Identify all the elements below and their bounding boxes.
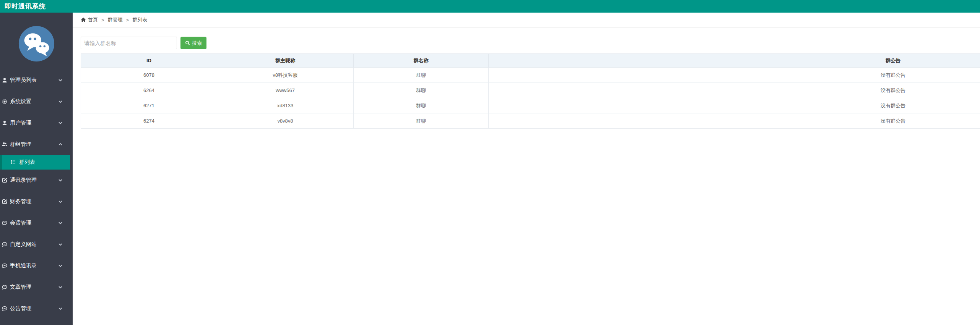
search-button[interactable]: 搜索 [180,37,206,49]
cell-owner: xd8133 [217,98,354,113]
chevron-down-icon [58,221,63,225]
sidebar-item-session-management[interactable]: 会话管理 [0,212,73,234]
search-button-label: 搜索 [192,40,202,47]
sidebar-item-label: 会话管理 [10,220,58,226]
users-icon [2,142,8,147]
main-content: 首页 > 群管理 > 群列表 搜索 ID 群主昵称 群名称 群公告 [73,13,980,325]
comment-icon [2,263,8,269]
cell-owner: www567 [217,83,354,98]
chevron-down-icon [58,242,63,247]
chevron-down-icon [58,99,63,104]
sidebar-menu: 管理员列表 系统设置 用户管理 [0,70,73,319]
search-bar: 搜索 [81,37,980,49]
cell-group-name: 群聊 [354,113,489,129]
cell-group-name: 群聊 [354,68,489,83]
sidebar-item-label: 管理员列表 [10,77,58,84]
cell-id: 6264 [81,83,217,98]
chevron-down-icon [58,285,63,289]
edit-icon [2,199,8,205]
comment-icon [2,285,8,290]
chevron-down-icon [58,78,63,82]
app-title: 即时通讯系统 [5,2,46,11]
cell-notice: 没有群公告 [489,83,980,98]
sidebar: 管理员列表 系统设置 用户管理 [0,13,73,325]
comment-icon [2,306,8,312]
sidebar-item-label: 文章管理 [10,284,58,291]
table-header-row: ID 群主昵称 群名称 群公告 [81,54,980,68]
header-group-name: 群名称 [354,54,489,68]
chevron-down-icon [58,178,63,183]
cell-notice: 没有群公告 [489,98,980,113]
sidebar-item-announcement-management[interactable]: 公告管理 [0,298,73,319]
sidebar-item-label: 自定义网站 [10,241,58,248]
sidebar-item-label: 系统设置 [10,98,58,105]
sidebar-submenu-group: 群列表 [0,155,73,170]
wechat-logo-icon [18,25,55,62]
sidebar-item-contacts-management[interactable]: 通讯录管理 [0,170,73,191]
sidebar-item-label: 用户管理 [10,120,58,126]
cell-owner: v8科技客服 [217,68,354,83]
sidebar-item-article-management[interactable]: 文章管理 [0,276,73,298]
table-row: 6274 v8v8v8 群聊 没有群公告 [81,113,980,129]
search-icon [185,40,190,45]
user-icon [2,120,8,126]
sidebar-item-label: 群列表 [19,159,35,166]
sidebar-item-custom-website[interactable]: 自定义网站 [0,234,73,255]
comment-icon [2,220,8,226]
sidebar-item-system-settings[interactable]: 系统设置 [0,91,73,112]
group-name-search-input[interactable] [81,37,177,49]
group-table-container: ID 群主昵称 群名称 群公告 6078 v8科技客服 群聊 没有群公告 626… [81,53,980,129]
table-row: 6271 xd8133 群聊 没有群公告 [81,98,980,113]
sidebar-item-user-management[interactable]: 用户管理 [0,112,73,134]
chevron-down-icon [58,199,63,204]
sidebar-item-label: 群组管理 [10,141,58,148]
gear-icon [2,99,8,105]
breadcrumb-group-management-link[interactable]: 群管理 [108,16,123,23]
cell-notice: 没有群公告 [489,68,980,83]
sidebar-item-phone-contacts[interactable]: 手机通讯录 [0,255,73,276]
edit-icon [2,178,8,183]
cell-owner: v8v8v8 [217,113,354,129]
header-group-notice: 群公告 [489,54,980,68]
breadcrumb-separator: > [126,17,129,23]
list-icon [11,160,16,165]
cell-group-name: 群聊 [354,98,489,113]
breadcrumb: 首页 > 群管理 > 群列表 [73,13,980,27]
user-icon [2,78,8,83]
group-table: ID 群主昵称 群名称 群公告 6078 v8科技客服 群聊 没有群公告 626… [81,53,980,129]
home-icon [81,17,86,23]
cell-notice: 没有群公告 [489,113,980,129]
breadcrumb-current-page: 群列表 [132,16,147,23]
chevron-down-icon [58,306,63,311]
header-id: ID [81,54,217,68]
comment-icon [2,242,8,247]
app-logo [0,25,73,62]
table-row: 6078 v8科技客服 群聊 没有群公告 [81,68,980,83]
cell-group-name: 群聊 [354,83,489,98]
table-row: 6264 www567 群聊 没有群公告 [81,83,980,98]
chevron-down-icon [58,121,63,125]
breadcrumb-separator: > [101,17,104,23]
sidebar-item-label: 手机通讯录 [10,262,58,269]
cell-id: 6274 [81,113,217,129]
cell-id: 6271 [81,98,217,113]
sidebar-item-label: 通讯录管理 [10,177,58,184]
breadcrumb-home-link[interactable]: 首页 [88,16,98,23]
sidebar-item-admin-list[interactable]: 管理员列表 [0,70,73,91]
sidebar-item-finance-management[interactable]: 财务管理 [0,191,73,212]
topbar: 即时通讯系统 [0,0,980,13]
sidebar-item-group-list-active[interactable]: 群列表 [0,155,70,170]
sidebar-item-label: 财务管理 [10,198,58,205]
sidebar-item-group-management[interactable]: 群组管理 [0,134,73,155]
cell-id: 6078 [81,68,217,83]
header-owner-nickname: 群主昵称 [217,54,354,68]
chevron-up-icon [58,142,63,147]
chevron-down-icon [58,264,63,268]
sidebar-item-label: 公告管理 [10,305,58,312]
